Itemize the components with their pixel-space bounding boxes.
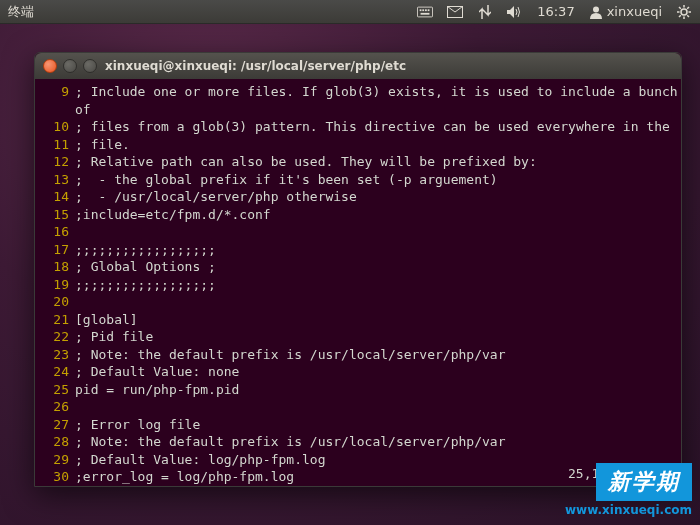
svg-rect-2 (423, 9, 425, 11)
line-text: of (75, 101, 91, 119)
editor-line: 19;;;;;;;;;;;;;;;;;; (41, 276, 675, 294)
line-number: 26 (41, 398, 69, 416)
terminal-body[interactable]: 9; Include one or more files. If glob(3)… (35, 79, 681, 486)
svg-rect-5 (421, 12, 430, 14)
line-text: ; Pid file (75, 328, 153, 346)
keyboard-icon[interactable] (417, 4, 433, 20)
svg-point-7 (593, 6, 599, 12)
line-number: 21 (41, 311, 69, 329)
editor-line: 9; Include one or more files. If glob(3)… (41, 83, 675, 101)
line-text: ; - the global prefix if it's been set (… (75, 171, 498, 189)
editor-line: 24; Default Value: none (41, 363, 675, 381)
editor-line: 12; Relative path can also be used. They… (41, 153, 675, 171)
line-text: ;include=etc/fpm.d/*.conf (75, 206, 271, 224)
system-menubar: 终端 16:37 xinxueqi (0, 0, 700, 24)
editor-line: 25pid = run/php-fpm.pid (41, 381, 675, 399)
line-text: pid = run/php-fpm.pid (75, 381, 239, 399)
app-menu-label[interactable]: 终端 (8, 4, 34, 19)
line-text: ; Include one or more files. If glob(3) … (75, 83, 681, 101)
editor-line: 28; Note: the default prefix is /usr/loc… (41, 433, 675, 451)
editor-line: 13; - the global prefix if it's been set… (41, 171, 675, 189)
line-text: ; Global Options ; (75, 258, 216, 276)
editor-line: 10; files from a glob(3) pattern. This d… (41, 118, 675, 136)
line-text: ; Relative path can also be used. They w… (75, 153, 537, 171)
mail-icon[interactable] (447, 4, 463, 20)
line-number: 13 (41, 171, 69, 189)
editor-line: 26 (41, 398, 675, 416)
editor-line: 16 (41, 223, 675, 241)
window-title: xinxueqi@xinxueqi: /usr/local/server/php… (105, 59, 406, 73)
close-button[interactable] (43, 59, 57, 73)
svg-line-14 (687, 15, 689, 17)
line-number (41, 101, 69, 119)
line-number: 24 (41, 363, 69, 381)
svg-line-16 (687, 7, 689, 9)
editor-line: 21[global] (41, 311, 675, 329)
network-icon[interactable] (477, 4, 493, 20)
editor-line: 20 (41, 293, 675, 311)
line-text: ;;;;;;;;;;;;;;;;;; (75, 241, 216, 259)
line-number: 11 (41, 136, 69, 154)
line-number: 17 (41, 241, 69, 259)
line-text: ; file. (75, 136, 130, 154)
minimize-button[interactable] (63, 59, 77, 73)
editor-line: 18; Global Options ; (41, 258, 675, 276)
editor-line: 22; Pid file (41, 328, 675, 346)
line-number: 25 (41, 381, 69, 399)
line-number: 12 (41, 153, 69, 171)
svg-rect-1 (420, 9, 422, 11)
line-text: ;;;;;;;;;;;;;;;;;; (75, 276, 216, 294)
editor-line: 14; - /usr/local/server/php otherwise (41, 188, 675, 206)
line-number: 22 (41, 328, 69, 346)
svg-line-13 (679, 7, 681, 9)
watermark: 新学期 www.xinxueqi.com (565, 463, 692, 517)
editor-line: 27; Error log file (41, 416, 675, 434)
line-number: 27 (41, 416, 69, 434)
clock-time[interactable]: 16:37 (537, 4, 574, 19)
gear-icon[interactable] (676, 4, 692, 20)
line-number: 10 (41, 118, 69, 136)
line-text: ; Error log file (75, 416, 200, 434)
editor-line: of (41, 101, 675, 119)
line-number: 23 (41, 346, 69, 364)
maximize-button[interactable] (83, 59, 97, 73)
volume-icon[interactable] (507, 4, 523, 20)
editor-line: 17;;;;;;;;;;;;;;;;;; (41, 241, 675, 259)
svg-rect-4 (428, 9, 430, 11)
line-number: 15 (41, 206, 69, 224)
terminal-window: xinxueqi@xinxueqi: /usr/local/server/php… (34, 52, 682, 487)
line-number: 28 (41, 433, 69, 451)
editor-line: 15;include=etc/fpm.d/*.conf (41, 206, 675, 224)
line-number: 18 (41, 258, 69, 276)
line-text: ; files from a glob(3) pattern. This dir… (75, 118, 670, 136)
svg-point-8 (681, 9, 687, 15)
line-text: ; - /usr/local/server/php otherwise (75, 188, 357, 206)
window-titlebar[interactable]: xinxueqi@xinxueqi: /usr/local/server/php… (35, 53, 681, 79)
editor-line: 23; Note: the default prefix is /usr/loc… (41, 346, 675, 364)
line-text: [global] (75, 311, 138, 329)
svg-rect-0 (418, 7, 433, 17)
line-text: ; Note: the default prefix is /usr/local… (75, 433, 505, 451)
watermark-url: www.xinxueqi.com (565, 503, 692, 517)
watermark-badge: 新学期 (596, 463, 692, 501)
line-text: ; Default Value: none (75, 363, 239, 381)
editor-line: 11; file. (41, 136, 675, 154)
line-number: 9 (41, 83, 69, 101)
line-number: 14 (41, 188, 69, 206)
line-number: 20 (41, 293, 69, 311)
line-number: 16 (41, 223, 69, 241)
user-icon (589, 5, 603, 19)
line-number: 19 (41, 276, 69, 294)
username-label: xinxueqi (607, 4, 662, 19)
line-text: ; Note: the default prefix is /usr/local… (75, 346, 505, 364)
svg-rect-3 (425, 9, 427, 11)
user-menu[interactable]: xinxueqi (589, 4, 662, 19)
svg-line-15 (679, 15, 681, 17)
